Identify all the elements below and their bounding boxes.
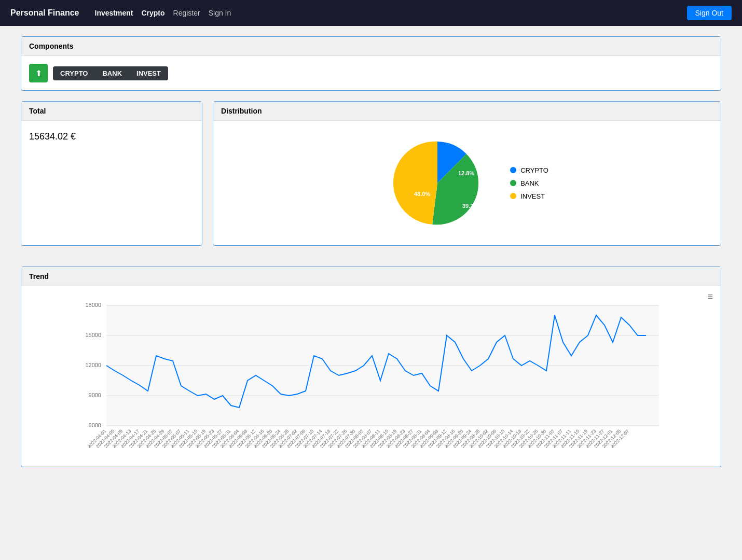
trend-header: Trend (21, 267, 721, 286)
component-tags: CRYPTO BANK INVEST (53, 66, 168, 80)
total-header: Total (21, 102, 202, 121)
brand-title: Personal Finance (10, 8, 79, 18)
invest-label: 48.0% (414, 191, 430, 197)
summary-row: Total 15634.02 € Distribution (21, 101, 721, 256)
line-chart-wrapper: 18000 15000 12000 9000 6000 (29, 291, 713, 459)
y-label-12000: 12000 (85, 362, 101, 368)
crypto-legend-label: CRYPTO (520, 166, 548, 174)
distribution-body: 12.8% 39.2% 48.0% CRYPTO BANK (213, 121, 721, 245)
pie-chart: 12.8% 39.2% 48.0% (386, 131, 489, 235)
bank-label: 39.2% (462, 203, 478, 209)
crypto-label: 12.8% (458, 170, 474, 176)
trend-card: Trend ≡ 18000 15000 12000 9000 6000 (21, 267, 721, 467)
distribution-card: Distribution (213, 101, 721, 246)
upload-button[interactable]: ⬆ (29, 64, 48, 82)
crypto-dot (510, 167, 516, 173)
y-label-15000: 15000 (85, 332, 101, 338)
navbar: Personal Finance Investment Crypto Regis… (0, 0, 742, 26)
nav-links: Investment Crypto Register Sign In (95, 9, 687, 17)
y-label-18000: 18000 (85, 302, 101, 308)
chart-menu-icon[interactable]: ≡ (707, 291, 713, 302)
sign-out-button[interactable]: Sign Out (687, 6, 732, 20)
distribution-header: Distribution (213, 102, 721, 121)
pie-legend: CRYPTO BANK INVEST (510, 166, 548, 200)
legend-bank: BANK (510, 179, 548, 187)
bank-dot (510, 180, 516, 186)
y-label-9000: 9000 (89, 392, 101, 398)
components-body: ⬆ CRYPTO BANK INVEST (21, 56, 721, 90)
line-chart-svg: 18000 15000 12000 9000 6000 (29, 291, 713, 457)
nav-register[interactable]: Register (173, 9, 200, 17)
legend-crypto: CRYPTO (510, 166, 548, 174)
nav-investment[interactable]: Investment (95, 9, 133, 17)
components-card: Components ⬆ CRYPTO BANK INVEST (21, 36, 721, 91)
nav-crypto[interactable]: Crypto (141, 9, 164, 17)
invest-legend-label: INVEST (520, 192, 545, 200)
x-labels: 2022-04-01 2022-04-05 2022-04-09 2022-04… (87, 428, 630, 449)
y-label-6000: 6000 (89, 422, 101, 428)
legend-invest: INVEST (510, 192, 548, 200)
main-content: Components ⬆ CRYPTO BANK INVEST Total 15… (0, 26, 742, 488)
bank-tag[interactable]: BANK (95, 66, 129, 80)
bank-legend-label: BANK (520, 179, 539, 187)
invest-dot (510, 193, 516, 199)
components-header: Components (21, 37, 721, 56)
invest-tag[interactable]: INVEST (129, 66, 168, 80)
nav-signin[interactable]: Sign In (209, 9, 231, 17)
total-card: Total 15634.02 € (21, 101, 202, 246)
total-value: 15634.02 € (21, 121, 202, 150)
trend-body: ≡ 18000 15000 12000 9000 6000 (21, 286, 721, 467)
invest-segment (393, 142, 437, 225)
upload-icon: ⬆ (35, 68, 42, 78)
crypto-tag[interactable]: CRYPTO (53, 66, 95, 80)
pie-svg: 12.8% 39.2% 48.0% (386, 131, 489, 235)
